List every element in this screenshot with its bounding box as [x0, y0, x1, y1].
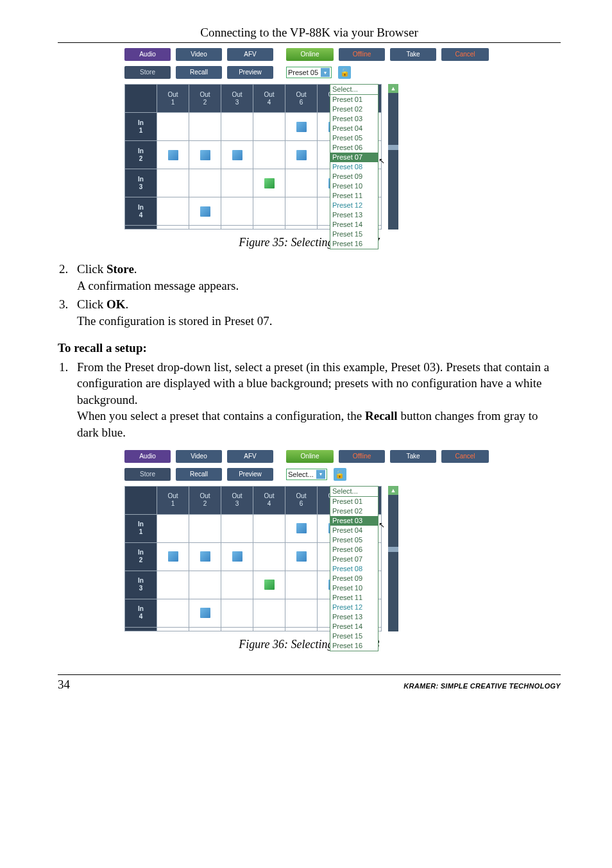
preset-option[interactable]: Preset 11	[330, 593, 378, 603]
tab-cancel[interactable]: Cancel	[441, 450, 489, 463]
preset-option[interactable]: Preset 16	[330, 641, 378, 651]
preset-option[interactable]: Preset 01	[330, 95, 378, 104]
store-button[interactable]: Store	[124, 468, 171, 481]
preset-option[interactable]: Preset 13	[330, 210, 378, 220]
preset-option[interactable]: Preset 09	[330, 172, 378, 181]
recall-button[interactable]: Recall	[176, 468, 222, 481]
crosspoint-icon[interactable]	[296, 122, 307, 132]
preset-option[interactable]: Preset 14	[330, 220, 378, 230]
matrix-cell[interactable]	[253, 599, 285, 627]
preset-option[interactable]: Preset 14	[330, 622, 378, 631]
matrix-cell[interactable]	[157, 514, 189, 542]
matrix-cell[interactable]	[253, 514, 285, 542]
lock-icon[interactable]: 🔓	[334, 468, 346, 481]
matrix-cell[interactable]	[157, 113, 189, 141]
matrix-cell[interactable]	[253, 113, 285, 141]
crosspoint-icon[interactable]	[296, 551, 307, 562]
preset-option[interactable]: Preset 12	[330, 603, 378, 612]
matrix-cell[interactable]	[285, 514, 318, 542]
matrix-cell[interactable]	[221, 197, 253, 226]
matrix-cell[interactable]	[157, 571, 189, 599]
preset-option[interactable]: Preset 06	[330, 143, 378, 153]
matrix-cell[interactable]	[253, 169, 285, 197]
scroll-up-icon[interactable]: ▲	[388, 486, 398, 495]
tab-take[interactable]: Take	[390, 450, 436, 463]
tab-cancel[interactable]: Cancel	[441, 48, 489, 61]
tab-offline[interactable]: Offline	[339, 450, 385, 463]
preset-option[interactable]: Preset 04	[330, 526, 378, 535]
matrix-cell[interactable]	[285, 141, 318, 169]
matrix-cell[interactable]	[189, 542, 221, 571]
crosspoint-icon[interactable]	[232, 551, 242, 562]
matrix-cell[interactable]	[189, 599, 221, 627]
tab-audio[interactable]: Audio	[124, 450, 171, 463]
matrix-cell[interactable]	[189, 141, 221, 169]
store-button[interactable]: Store	[124, 66, 171, 79]
scroll-up-icon[interactable]: ▲	[388, 84, 398, 93]
preview-button[interactable]: Preview	[227, 66, 273, 79]
crosspoint-icon[interactable]	[264, 580, 275, 590]
preset-select[interactable]: Preset 05▾	[286, 67, 332, 78]
tab-video[interactable]: Video	[176, 450, 222, 463]
preset-option[interactable]: Preset 07	[330, 555, 378, 564]
preset-option[interactable]: Preset 08	[330, 162, 378, 172]
crosspoint-icon[interactable]	[200, 150, 210, 160]
matrix-cell[interactable]	[285, 571, 318, 599]
matrix-cell[interactable]	[221, 542, 253, 571]
crosspoint-icon[interactable]	[200, 206, 210, 217]
crosspoint-icon[interactable]	[264, 178, 275, 188]
crosspoint-icon[interactable]	[232, 150, 242, 160]
preset-option[interactable]: Preset 06	[330, 545, 378, 555]
preset-option[interactable]: Preset 05	[330, 535, 378, 545]
chevron-down-icon[interactable]: ▾	[321, 68, 330, 77]
matrix-cell[interactable]	[157, 141, 189, 169]
matrix-cell[interactable]	[157, 599, 189, 627]
scroll-thumb[interactable]	[388, 145, 398, 150]
preset-option[interactable]: Preset 16	[330, 239, 378, 249]
tab-audio[interactable]: Audio	[124, 48, 171, 61]
tab-take[interactable]: Take	[390, 48, 436, 61]
matrix-cell[interactable]	[189, 169, 221, 197]
matrix-cell[interactable]	[157, 169, 189, 197]
tab-afv[interactable]: AFV	[227, 48, 273, 61]
matrix-cell[interactable]	[189, 571, 221, 599]
scroll-thumb[interactable]	[388, 547, 398, 552]
crosspoint-icon[interactable]	[168, 150, 178, 160]
matrix-cell[interactable]	[253, 197, 285, 226]
preset-option[interactable]: Preset 03	[330, 114, 378, 124]
preset-option[interactable]: Preset 04	[330, 124, 378, 133]
preset-option[interactable]: Preset 13	[330, 612, 378, 622]
preset-dropdown-list[interactable]: Select...Preset 01Preset 02Preset 03Pres…	[330, 84, 378, 249]
matrix-cell[interactable]	[253, 141, 285, 169]
scrollbar[interactable]: ▲	[388, 84, 398, 230]
crosspoint-icon[interactable]	[296, 523, 307, 533]
scrollbar[interactable]: ▲	[388, 486, 398, 631]
matrix-cell[interactable]	[285, 197, 318, 226]
matrix-cell[interactable]	[157, 542, 189, 571]
tab-online[interactable]: Online	[286, 48, 334, 61]
chevron-down-icon[interactable]: ▾	[316, 470, 325, 479]
tab-offline[interactable]: Offline	[339, 48, 385, 61]
crosspoint-icon[interactable]	[200, 551, 210, 562]
tab-afv[interactable]: AFV	[227, 450, 273, 463]
matrix-cell[interactable]	[221, 514, 253, 542]
preset-option[interactable]: Preset 07	[330, 153, 378, 162]
preset-option[interactable]: Preset 03	[330, 516, 378, 526]
preset-option[interactable]: Preset 15	[330, 230, 378, 239]
matrix-cell[interactable]	[221, 599, 253, 627]
preset-select[interactable]: Select...▾	[286, 469, 327, 480]
crosspoint-icon[interactable]	[168, 551, 178, 562]
preset-option[interactable]: Preset 05	[330, 133, 378, 143]
tab-video[interactable]: Video	[176, 48, 222, 61]
matrix-cell[interactable]	[285, 113, 318, 141]
preset-option[interactable]: Preset 01	[330, 497, 378, 506]
matrix-cell[interactable]	[221, 141, 253, 169]
preset-option[interactable]: Preset 11	[330, 191, 378, 201]
lock-icon[interactable]: 🔓	[338, 66, 351, 79]
preset-option[interactable]: Preset 09	[330, 574, 378, 583]
matrix-cell[interactable]	[285, 169, 318, 197]
preset-dropdown-list[interactable]: Select...Preset 01Preset 02Preset 03Pres…	[330, 486, 378, 651]
preset-option[interactable]: Preset 15	[330, 631, 378, 641]
matrix-cell[interactable]	[285, 542, 318, 571]
tab-online[interactable]: Online	[286, 450, 334, 463]
